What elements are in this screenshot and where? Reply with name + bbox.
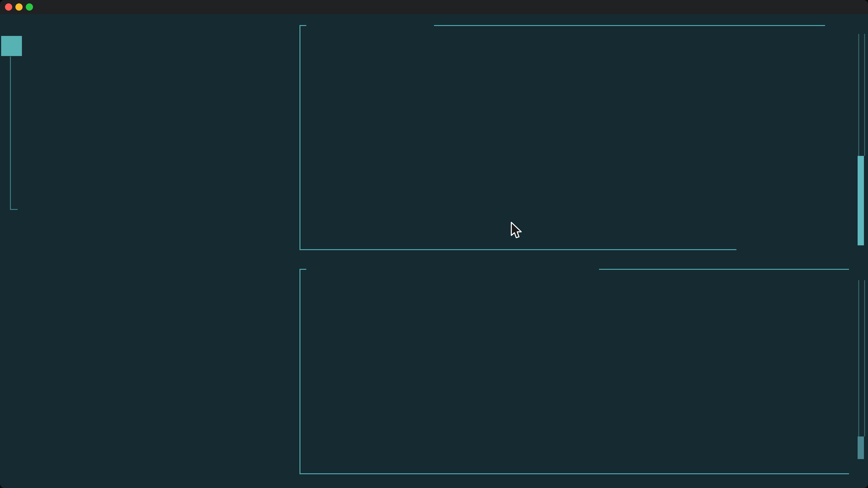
task-tree-corner [10, 209, 18, 210]
titlebar [0, 0, 868, 14]
panel-border-left [300, 269, 301, 474]
scrollbar-thumb[interactable] [858, 156, 864, 246]
panel-border-corner [300, 25, 306, 26]
scrollbar-track[interactable] [858, 34, 865, 156]
task-status-dot [314, 260, 323, 280]
scrollbar-track[interactable] [858, 280, 865, 436]
page-number [10, 468, 15, 478]
minimize-button[interactable] [16, 3, 23, 11]
duration-column-header [204, 36, 287, 57]
keyboard-shortcuts [135, 463, 287, 484]
page-indicator[interactable] [10, 463, 20, 484]
close-button[interactable] [5, 3, 12, 11]
nx-logo [1, 36, 22, 56]
scrollbar-thumb[interactable] [858, 436, 864, 459]
mouse-cursor-icon [510, 222, 524, 241]
task-tree-line [10, 57, 11, 210]
scroll-down-icon[interactable] [854, 239, 868, 260]
scroll-up-icon[interactable] [854, 15, 868, 36]
terminal-window [0, 0, 868, 488]
panel-border-bottom [300, 249, 737, 250]
scroll-down-icon[interactable] [854, 461, 868, 482]
panel-border-top [434, 25, 825, 26]
panel-border-top [599, 269, 849, 270]
panel-border-left [300, 25, 301, 250]
zoom-button[interactable] [26, 3, 33, 11]
panel-border-bottom [300, 473, 849, 474]
scroll-up-icon[interactable] [854, 260, 868, 281]
task-status-dot [314, 15, 323, 36]
panel-border-corner [300, 269, 306, 270]
